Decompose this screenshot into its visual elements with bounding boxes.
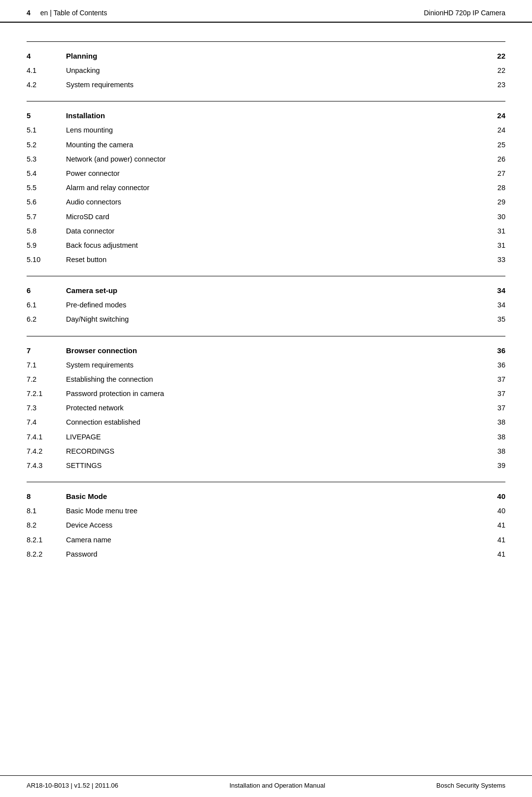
- header-left: 4 en | Table of Contents: [27, 9, 107, 17]
- section-divider-4: [27, 41, 505, 42]
- toc-title: Camera name: [66, 534, 486, 546]
- toc-number: 8.2.2: [27, 549, 66, 560]
- toc-number: 7: [27, 345, 66, 357]
- toc-title: Lens mounting: [66, 125, 486, 136]
- section-divider-5: [27, 101, 505, 101]
- toc-page: 22: [486, 65, 505, 76]
- toc-page: 25: [486, 139, 505, 151]
- toc-number: 5.8: [27, 226, 66, 237]
- toc-title: System requirements: [66, 79, 486, 91]
- toc-title: LIVEPAGE: [66, 432, 486, 443]
- toc-number: 7.4.1: [27, 432, 66, 443]
- toc-number: 7.3: [27, 402, 66, 414]
- header-section: en | Table of Contents: [40, 9, 107, 17]
- toc-item-7-3: 7.3 Protected network 37: [27, 401, 505, 415]
- toc-item-8-1: 8.1 Basic Mode menu tree 40: [27, 504, 505, 518]
- toc-number: 6.2: [27, 314, 66, 325]
- toc-number: 7.4.3: [27, 460, 66, 471]
- toc-item-5-7: 5.7 MicroSD card 30: [27, 210, 505, 224]
- toc-item-5-3: 5.3 Network (and power) connector 26: [27, 152, 505, 166]
- toc-number: 5: [27, 110, 66, 122]
- footer-right: Bosch Security Systems: [436, 782, 505, 789]
- toc-number: 5.7: [27, 211, 66, 223]
- toc-number: 7.4.2: [27, 446, 66, 457]
- toc-number: 5.3: [27, 154, 66, 165]
- toc-item-8-2-2: 8.2.2 Password 41: [27, 547, 505, 562]
- toc-number: 5.6: [27, 197, 66, 208]
- toc-page: 41: [486, 520, 505, 531]
- toc-page: 37: [486, 388, 505, 399]
- toc-title: Installation: [66, 110, 486, 122]
- toc-number: 7.1: [27, 360, 66, 371]
- page-footer: AR18-10-B013 | v1.52 | 2011.06 Installat…: [0, 775, 532, 797]
- toc-page: 24: [486, 110, 505, 122]
- toc-item-7-2-1: 7.2.1 Password protection in camera 37: [27, 387, 505, 401]
- toc-number: 5.2: [27, 139, 66, 151]
- toc-title: RECORDINGS: [66, 446, 486, 457]
- toc-title: Device Access: [66, 520, 486, 531]
- toc-title: Back focus adjustment: [66, 240, 486, 251]
- toc-number: 8: [27, 491, 66, 502]
- header-page-number: 4: [27, 9, 31, 17]
- toc-item-7-1: 7.1 System requirements 36: [27, 358, 505, 372]
- toc-item-6-1: 6.1 Pre-defined modes 34: [27, 298, 505, 312]
- toc-number: 7.4: [27, 417, 66, 428]
- toc-number: 4.2: [27, 79, 66, 91]
- toc-number: 5.10: [27, 254, 66, 266]
- toc-item-5-8: 5.8 Data connector 31: [27, 224, 505, 238]
- toc-title: Power connector: [66, 168, 486, 179]
- section-divider-8: [27, 482, 505, 482]
- toc-page: 36: [486, 360, 505, 371]
- toc-number: 8.2.1: [27, 534, 66, 546]
- toc-number: 5.5: [27, 182, 66, 194]
- toc-number: 7.2: [27, 374, 66, 385]
- toc-title: Basic Mode: [66, 491, 486, 502]
- toc-number: 5.9: [27, 240, 66, 251]
- header-product: DinionHD 720p IP Camera: [424, 9, 506, 17]
- toc-title: Connection established: [66, 417, 486, 428]
- footer-left: AR18-10-B013 | v1.52 | 2011.06: [27, 782, 118, 789]
- toc-page: 30: [486, 211, 505, 223]
- toc-title: Audio connectors: [66, 197, 486, 208]
- toc-section-8: 8 Basic Mode 40: [27, 489, 505, 504]
- toc-page: 40: [486, 505, 505, 517]
- toc-title: SETTINGS: [66, 460, 486, 471]
- toc-section-7: 7 Browser connection 36: [27, 343, 505, 358]
- toc-item-8-2-1: 8.2.1 Camera name 41: [27, 533, 505, 547]
- toc-content: 4 Planning 22 4.1 Unpacking 22 4.2 Syste…: [0, 23, 532, 571]
- toc-item-5-9: 5.9 Back focus adjustment 31: [27, 238, 505, 253]
- toc-item-7-4-2: 7.4.2 RECORDINGS 38: [27, 444, 505, 459]
- toc-item-5-4: 5.4 Power connector 27: [27, 166, 505, 181]
- toc-page: 26: [486, 154, 505, 165]
- toc-item-6-2: 6.2 Day/Night switching 35: [27, 312, 505, 327]
- toc-item-7-4: 7.4 Connection established 38: [27, 415, 505, 430]
- toc-page: 37: [486, 374, 505, 385]
- toc-title: Reset button: [66, 254, 486, 266]
- toc-page: 29: [486, 197, 505, 208]
- toc-item-4-2: 4.2 System requirements 23: [27, 78, 505, 92]
- toc-section-5: 5 Installation 24: [27, 108, 505, 123]
- toc-item-5-2: 5.2 Mounting the camera 25: [27, 138, 505, 152]
- page-container: 4 en | Table of Contents DinionHD 720p I…: [0, 0, 532, 797]
- toc-page: 35: [486, 314, 505, 325]
- toc-title: Alarm and relay connector: [66, 182, 486, 194]
- toc-page: 34: [486, 299, 505, 311]
- toc-item-5-1: 5.1 Lens mounting 24: [27, 123, 505, 137]
- toc-item-7-4-1: 7.4.1 LIVEPAGE 38: [27, 430, 505, 444]
- toc-item-5-5: 5.5 Alarm and relay connector 28: [27, 181, 505, 195]
- toc-page: 41: [486, 549, 505, 560]
- toc-item-8-2: 8.2 Device Access 41: [27, 518, 505, 532]
- toc-item-4-1: 4.1 Unpacking 22: [27, 64, 505, 78]
- toc-page: 40: [486, 491, 505, 502]
- toc-title: Basic Mode menu tree: [66, 505, 486, 517]
- footer-center: Installation and Operation Manual: [230, 782, 325, 789]
- toc-page: 28: [486, 182, 505, 194]
- toc-number: 5.1: [27, 125, 66, 136]
- toc-page: 38: [486, 446, 505, 457]
- toc-title: Establishing the connection: [66, 374, 486, 385]
- toc-page: 27: [486, 168, 505, 179]
- toc-page: 31: [486, 240, 505, 251]
- toc-number: 6: [27, 285, 66, 297]
- toc-item-5-10: 5.10 Reset button 33: [27, 253, 505, 267]
- toc-title: Unpacking: [66, 65, 486, 76]
